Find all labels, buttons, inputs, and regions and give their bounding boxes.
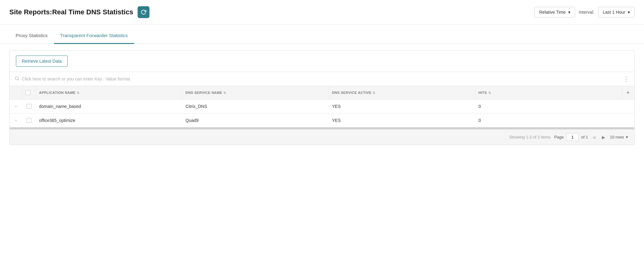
row-2-hits: 0 [476, 114, 622, 127]
sort-icon-dns-service-active[interactable]: ⇅ [373, 91, 375, 95]
th-dns-service-name: DNS SERVICE NAME ⇅ [183, 86, 329, 99]
relative-time-label: Relative Time [539, 10, 566, 15]
page-of-label: of 1 [581, 135, 588, 139]
tabs-container: Proxy Statistics Transparent Forwarder S… [0, 28, 644, 44]
row-1-dns-service-name: Citrix_DNS [183, 99, 329, 113]
prev-page-button[interactable]: ◀ [590, 134, 598, 141]
more-options-icon[interactable]: ⋮ [623, 75, 629, 83]
page-header: Site Reports:Real Time DNS Statistics Re… [0, 0, 644, 25]
th-checkbox [22, 86, 36, 99]
next-page-button[interactable]: ▶ [600, 134, 607, 141]
row-2-extra [622, 116, 634, 125]
svg-line-1 [18, 79, 19, 80]
page-number-input[interactable] [566, 133, 579, 141]
search-left: Click here to search or you can enter Ke… [15, 76, 130, 82]
chevron-down-icon: ▾ [568, 10, 570, 15]
row-2-dns-service-name: Quad9 [183, 114, 329, 127]
interval-label: Interval: [579, 10, 594, 15]
th-hits: HITS ⇅ [476, 86, 622, 99]
page-title: Site Reports:Real Time DNS Statistics [9, 8, 133, 16]
main-content: Retrieve Latest Data Click here to searc… [0, 44, 644, 151]
rows-per-page-dropdown[interactable]: 10 rows ▾ [610, 135, 628, 139]
data-panel: Retrieve Latest Data Click here to searc… [9, 50, 635, 145]
retrieve-latest-data-button[interactable]: Retrieve Latest Data [16, 56, 68, 67]
row-2-app-name: office365_optimize [36, 114, 183, 127]
search-icon [15, 76, 19, 82]
th-add-column[interactable]: + [622, 86, 634, 99]
th-app-name: APPLICATION NAME ⇅ [36, 86, 183, 99]
page-label: Page [554, 135, 564, 139]
row-checkbox-1 [22, 99, 36, 113]
search-bar: Click here to search or you can enter Ke… [10, 72, 634, 86]
table-footer: Showing 1-2 of 2 items Page of 1 ◀ ▶ 10 … [10, 129, 634, 145]
page-controls: Page of 1 ◀ ▶ 10 rows ▾ [554, 133, 628, 141]
relative-time-dropdown[interactable]: Relative Time ▾ [534, 7, 575, 17]
row-expand-1[interactable]: › [10, 100, 22, 113]
header-left: Site Reports:Real Time DNS Statistics [9, 6, 149, 18]
row-expand-2[interactable]: › [10, 114, 22, 127]
header-right: Relative Time ▾ Interval: Last 1 Hour ▾ [534, 7, 635, 17]
table-row: › domain_name_based Citrix_DNS YES 0 [10, 99, 634, 114]
row-2-dns-service-active: YES [329, 114, 476, 127]
table-row: › office365_optimize Quad9 YES 0 [10, 114, 634, 127]
search-placeholder[interactable]: Click here to search or you can enter Ke… [22, 76, 130, 81]
row-checkbox-2 [22, 114, 36, 127]
sort-icon-dns-service-name[interactable]: ⇅ [223, 91, 226, 95]
th-expand [10, 86, 22, 99]
tab-transparent[interactable]: Transparent Forwarder Statistics [54, 28, 134, 44]
chevron-down-icon-2: ▾ [628, 10, 630, 15]
panel-header: Retrieve Latest Data [10, 51, 634, 72]
row-1-hits: 0 [476, 99, 622, 113]
data-table: APPLICATION NAME ⇅ DNS SERVICE NAME ⇅ DN… [10, 86, 634, 127]
showing-text: Showing 1-2 of 2 items [509, 135, 550, 139]
table-header: APPLICATION NAME ⇅ DNS SERVICE NAME ⇅ DN… [10, 86, 634, 99]
last-hour-dropdown[interactable]: Last 1 Hour ▾ [598, 7, 635, 17]
refresh-icon [141, 9, 146, 15]
last-hour-label: Last 1 Hour [603, 10, 625, 15]
tab-proxy[interactable]: Proxy Statistics [9, 28, 54, 44]
refresh-button[interactable] [138, 6, 149, 18]
sort-icon-hits[interactable]: ⇅ [488, 91, 491, 95]
row-1-app-name: domain_name_based [36, 99, 183, 113]
row-1-checkbox[interactable] [27, 104, 32, 109]
header-checkbox[interactable] [25, 90, 30, 95]
row-1-dns-service-active: YES [329, 99, 476, 113]
row-2-checkbox[interactable] [27, 118, 32, 123]
th-dns-service-active: DNS SERVICE ACTIVE ⇅ [329, 86, 476, 99]
sort-icon-app-name[interactable]: ⇅ [77, 91, 80, 95]
row-1-extra [622, 102, 634, 111]
rows-chevron-icon: ▾ [626, 135, 628, 139]
add-column-icon: + [627, 90, 630, 95]
